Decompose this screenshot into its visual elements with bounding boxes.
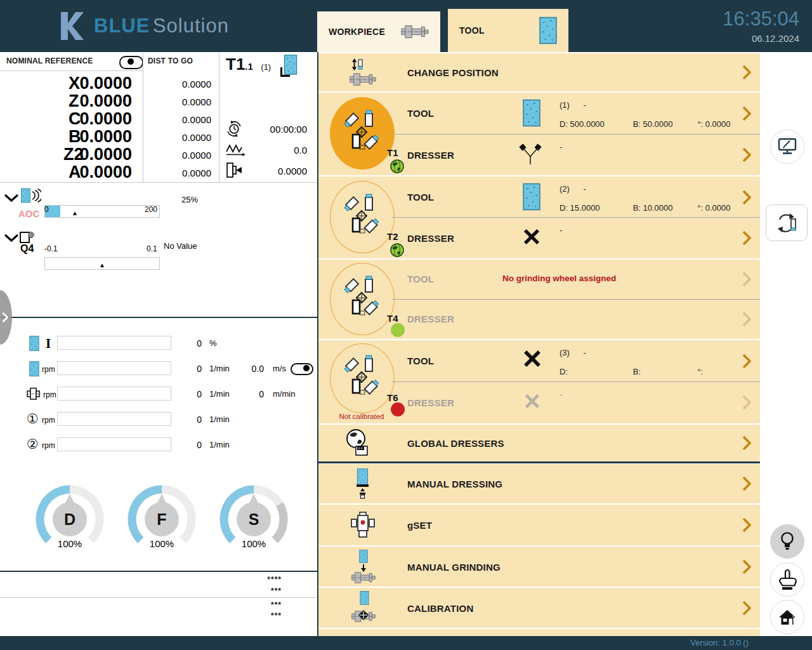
workhead-speed-input[interactable]	[57, 387, 171, 401]
tool-index: (2)	[560, 184, 570, 194]
wheel-current-input[interactable]	[57, 336, 171, 350]
menu-label: TOOL	[407, 274, 434, 284]
axis-row: A 0.0000 0.0000	[0, 162, 219, 180]
wheel-width-value: 0.0000	[244, 166, 307, 176]
aoc-max: 200	[145, 205, 157, 214]
aoc-slider[interactable]: ▲	[44, 205, 160, 218]
manual-grinding-icon	[349, 550, 378, 584]
q4-slider[interactable]: ▲	[44, 257, 160, 270]
message-line: ***	[0, 587, 282, 595]
grinding-wheel-icon	[29, 336, 39, 351]
menu-item-manual-dressing[interactable]: MANUAL DRESSING	[318, 464, 760, 503]
gauge-letter: D	[64, 510, 75, 528]
dist-to-go-header: DIST TO GO	[148, 56, 193, 65]
menu-item-gset[interactable]: gSET	[318, 505, 760, 545]
brand-logo: BLUE Solution	[61, 11, 229, 41]
gset-icon	[350, 510, 376, 540]
gauge-percent: 100%	[219, 538, 289, 549]
dresser-dash: -	[560, 390, 562, 399]
menu-item-dresser-t6[interactable]: DRESSER -	[318, 382, 760, 423]
nominal-reference-header: NOMINAL REFERENCE	[6, 56, 93, 65]
menu-item-change-position[interactable]: CHANGE POSITION	[318, 53, 760, 91]
chevron-right-icon	[742, 354, 751, 369]
home-button[interactable]	[770, 600, 804, 634]
cycle-time-icon	[226, 121, 242, 137]
menu-label: MANUAL GRINDING	[407, 562, 501, 573]
grinding-wheel-icon	[539, 17, 557, 44]
message-line: ****	[0, 575, 282, 584]
tool-width: B:	[633, 367, 695, 376]
motor-1-icon: ①	[27, 411, 39, 427]
menu-item-dresser-t2[interactable]: DRESSER -	[318, 218, 760, 258]
tool-change-icon	[775, 212, 798, 234]
cycle-time-value: 00:00:00	[244, 124, 307, 135]
tab-tool[interactable]: TOOL	[448, 9, 568, 52]
readout: 0	[183, 364, 202, 374]
axis-nominal: 0.0000	[62, 91, 132, 111]
section-divider	[318, 461, 760, 463]
menu-item-global-dressers[interactable]: GLOBAL DRESSERS	[318, 425, 760, 461]
manual-mode-button[interactable]	[770, 562, 804, 597]
aoc-min: 0	[44, 205, 49, 214]
light-button[interactable]	[770, 524, 804, 559]
menu-label: TOOL	[407, 108, 434, 119]
flyout-handle[interactable]	[0, 290, 12, 345]
menu-label: MANUAL DRESSING	[407, 479, 502, 489]
tab-workpiece[interactable]: WORKPIECE	[317, 11, 440, 52]
rpm-label: rpm	[42, 416, 55, 425]
wheel-corner-bracket-icon	[280, 67, 290, 77]
readout: 0	[183, 338, 202, 348]
override-toggle[interactable]	[291, 363, 313, 375]
chevron-right-icon	[742, 106, 751, 121]
current-label: I	[46, 336, 51, 352]
tool-diameter: D: 15.0000	[560, 203, 631, 213]
active-wheel-icon	[283, 55, 299, 76]
sound-waves-icon	[32, 189, 41, 202]
message-line: ***	[0, 600, 282, 609]
menu-item-tool-t4[interactable]: TOOL No grinding wheel assigned	[318, 260, 760, 299]
tool-diameter: D:	[560, 367, 631, 376]
dresser-dash: -	[560, 225, 562, 235]
axis-nominal: 0.0000	[62, 109, 132, 129]
readout2: 0.0	[245, 364, 264, 374]
motor2-speed-input[interactable]	[57, 437, 171, 451]
tool-width: B: 50.0000	[633, 119, 695, 129]
unit: 1/min	[209, 415, 230, 424]
q4-max: 0.1	[147, 244, 157, 253]
grinding-wheel-icon	[29, 361, 39, 376]
menu-item-calibration[interactable]: CALIBRATION	[318, 588, 760, 628]
q4-value: No Value	[164, 241, 197, 251]
home-icon	[778, 609, 796, 626]
axis-dist: 0.0000	[154, 96, 211, 107]
tool-index-line: (1) -	[560, 100, 586, 110]
chevron-right-icon	[742, 395, 751, 410]
wheel-speed-input[interactable]	[57, 361, 171, 375]
tool-change-button[interactable]	[766, 204, 808, 241]
rpm-label: rpm	[42, 365, 55, 374]
menu-item-tool-t6[interactable]: TOOL (3) - D: B: °:	[318, 340, 760, 381]
workhead-icon	[27, 386, 42, 401]
axis-nominal: 0.0000	[62, 74, 132, 93]
clock-time: 16:35:04	[698, 8, 799, 30]
tool-index: (1)	[560, 100, 570, 110]
chevron-down-icon[interactable]	[4, 194, 19, 202]
station-group-t6: T6 Not calibrated TOOL (3) - D: B: °: DR…	[318, 340, 760, 423]
gauge-percent: 100%	[127, 538, 197, 549]
menu-item-tool-t1[interactable]: TOOL (1) - D: 500.0000 B: 50.0000 °: 0.0…	[318, 93, 760, 134]
tool-index-line: (2) -	[560, 184, 586, 194]
menu-item-dresser-t4[interactable]: DRESSER	[318, 300, 760, 339]
chevron-right-icon	[742, 312, 751, 327]
tool-details: D: 500.0000 B: 50.0000 °: 0.0000	[560, 119, 754, 129]
station-group-t2: T2 TOOL (2) - D: 15.0000 B: 10.0000 °: 0…	[318, 176, 760, 258]
chevron-down-icon[interactable]	[4, 234, 19, 242]
menu-item-tool-t2[interactable]: TOOL (2) - D: 15.0000 B: 10.0000 °: 0.00…	[318, 176, 760, 217]
menu-item-manual-grinding[interactable]: MANUAL GRINDING	[318, 547, 760, 587]
readout: 0	[183, 389, 202, 399]
nominal-reference-toggle[interactable]	[119, 56, 143, 69]
screen-edit-button[interactable]	[770, 129, 804, 164]
grinding-wheel-icon	[523, 99, 540, 127]
menu-item-dresser-t1[interactable]: DRESSER -	[318, 135, 760, 175]
motor1-speed-input[interactable]	[57, 412, 171, 426]
chevron-right-icon	[2, 311, 8, 324]
motor-2-icon: ②	[27, 437, 39, 452]
